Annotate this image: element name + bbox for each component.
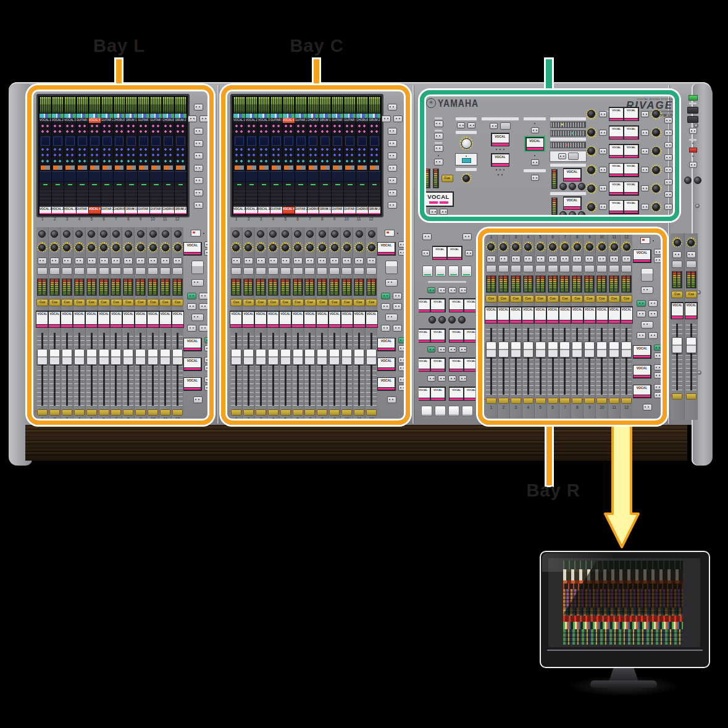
screen-band bbox=[563, 622, 683, 629]
scribble-display: VOCAL bbox=[671, 302, 684, 319]
external-monitor bbox=[540, 551, 710, 668]
part: VOCAL bbox=[419, 359, 430, 371]
screen-band bbox=[563, 629, 683, 645]
part bbox=[448, 257, 461, 259]
encoder-knob[interactable] bbox=[686, 237, 697, 248]
scribble-display-pair: VOCALVOCAL bbox=[449, 298, 476, 312]
rocker-button[interactable] bbox=[689, 128, 697, 134]
monitor-screen bbox=[563, 561, 683, 645]
screen-band bbox=[563, 616, 683, 622]
bay-seam bbox=[412, 85, 414, 424]
bay-seam bbox=[217, 85, 219, 424]
rocker-button[interactable] bbox=[427, 375, 435, 382]
scribble-display-pair: VOCALVOCAL bbox=[419, 387, 446, 401]
power-led-button[interactable] bbox=[688, 95, 698, 101]
part bbox=[450, 398, 463, 400]
display-chip bbox=[687, 107, 698, 114]
part: VOCALVOCALVOCALVOCAL bbox=[419, 387, 475, 401]
monitor-phones-controls bbox=[679, 95, 706, 184]
part: VOCAL bbox=[464, 299, 475, 309]
monitor-glare bbox=[542, 553, 647, 572]
master-fader-strips: CueVOCALCueVOCAL bbox=[671, 233, 698, 420]
selected-channel-connector-line bbox=[546, 59, 552, 94]
rocker-button[interactable] bbox=[465, 250, 473, 256]
part bbox=[427, 287, 467, 293]
knob[interactable] bbox=[694, 177, 701, 184]
on-button[interactable] bbox=[686, 393, 697, 400]
user-defined-key[interactable] bbox=[435, 406, 446, 416]
fader-cap[interactable] bbox=[686, 337, 697, 353]
part: VOCAL bbox=[448, 247, 461, 257]
rocker-button[interactable] bbox=[459, 287, 467, 293]
fader-cap[interactable] bbox=[672, 337, 682, 353]
cue-button[interactable]: Cue bbox=[671, 291, 683, 298]
part bbox=[419, 398, 430, 400]
knob[interactable] bbox=[458, 316, 466, 324]
fader[interactable] bbox=[686, 324, 697, 390]
part bbox=[427, 346, 467, 353]
select-button[interactable] bbox=[672, 261, 682, 268]
encoder-knob[interactable] bbox=[672, 237, 682, 248]
part: VOCAL bbox=[419, 359, 430, 369]
fader[interactable] bbox=[672, 324, 682, 390]
part bbox=[419, 369, 430, 371]
user-defined-key[interactable] bbox=[421, 406, 432, 416]
user-defined-key[interactable] bbox=[462, 406, 473, 416]
rocker-button[interactable] bbox=[687, 251, 696, 258]
center-utility-column: VOCALVOCALVOCALVOCALVOCALVOCALVOCALVOCAL… bbox=[419, 231, 475, 421]
knob[interactable] bbox=[692, 156, 693, 157]
scene-button[interactable] bbox=[461, 266, 472, 277]
bay-l-label: Bay L bbox=[90, 36, 149, 56]
knob[interactable] bbox=[692, 143, 693, 144]
rocker-button[interactable] bbox=[427, 287, 435, 293]
rocker-button[interactable] bbox=[448, 346, 456, 353]
level-meter bbox=[672, 271, 682, 288]
part bbox=[450, 340, 463, 342]
rocker-button[interactable] bbox=[672, 251, 682, 258]
knob[interactable] bbox=[684, 177, 692, 184]
rocker-button[interactable] bbox=[438, 287, 446, 293]
select-button[interactable] bbox=[686, 261, 697, 268]
rocker-button[interactable] bbox=[438, 346, 446, 353]
part bbox=[419, 310, 430, 312]
channel-strip: CueVOCAL bbox=[671, 233, 685, 420]
rocker-button[interactable] bbox=[448, 287, 456, 293]
part bbox=[421, 406, 473, 416]
bay-r-highlight-box bbox=[478, 228, 667, 425]
part: VOCAL bbox=[450, 359, 463, 371]
part: VOCAL bbox=[419, 388, 430, 398]
user-defined-key[interactable] bbox=[448, 406, 459, 416]
part: VOCAL bbox=[431, 299, 445, 309]
rocker-button[interactable] bbox=[689, 162, 697, 168]
cue-button[interactable]: Cue bbox=[685, 291, 697, 298]
part bbox=[431, 310, 445, 312]
knob[interactable] bbox=[438, 316, 446, 324]
rocker-button[interactable] bbox=[422, 250, 430, 256]
knob[interactable] bbox=[429, 316, 436, 324]
rocker-button[interactable] bbox=[448, 375, 456, 382]
part: VOCALVOCALVOCALVOCAL bbox=[419, 358, 475, 372]
rocker-button[interactable] bbox=[459, 375, 467, 382]
scene-button[interactable] bbox=[435, 266, 446, 277]
part: VOCAL bbox=[419, 330, 430, 340]
scene-button[interactable] bbox=[422, 266, 433, 277]
part: VOCALVOCAL bbox=[422, 246, 473, 260]
rocker-button[interactable] bbox=[438, 375, 446, 382]
knob[interactable] bbox=[448, 316, 456, 324]
part: VOCAL bbox=[464, 330, 475, 342]
part: VOCAL bbox=[419, 388, 430, 400]
part bbox=[431, 369, 445, 371]
rocker-button[interactable] bbox=[427, 346, 435, 353]
scribble-display-pair: VOCALVOCAL bbox=[419, 358, 446, 372]
on-button[interactable] bbox=[672, 393, 682, 400]
rocker-button[interactable] bbox=[462, 233, 472, 240]
talkback-button[interactable] bbox=[689, 148, 697, 153]
display-chip bbox=[687, 116, 698, 123]
part: VOCALVOCALVOCALVOCAL bbox=[419, 328, 475, 343]
rocker-button[interactable] bbox=[422, 233, 432, 240]
part: VOCAL bbox=[431, 388, 445, 398]
part bbox=[433, 257, 446, 259]
part: VOCAL bbox=[450, 330, 463, 342]
rocker-button[interactable] bbox=[459, 346, 467, 353]
scene-button[interactable] bbox=[448, 266, 459, 277]
